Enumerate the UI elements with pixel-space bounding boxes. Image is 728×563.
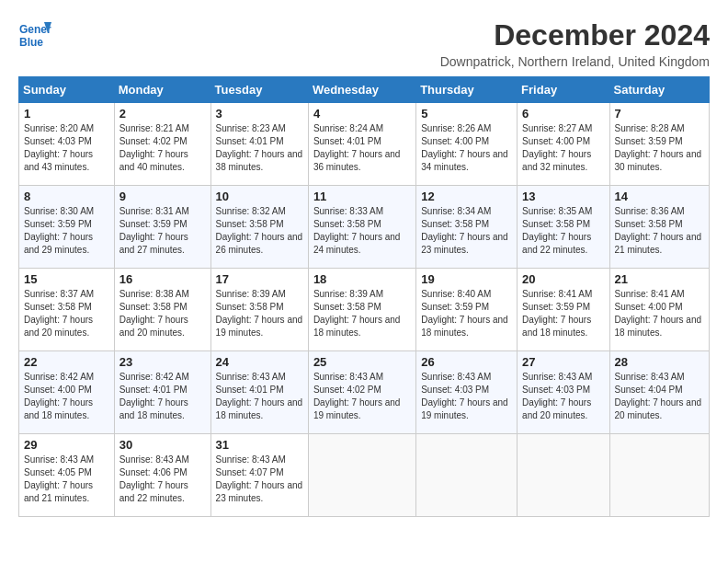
calendar-cell-10: 10Sunrise: 8:32 AMSunset: 3:58 PMDayligh…: [210, 186, 308, 269]
calendar-cell-23: 23Sunrise: 8:42 AMSunset: 4:01 PMDayligh…: [114, 351, 210, 434]
calendar-week-1: 1Sunrise: 8:20 AMSunset: 4:03 PMDaylight…: [19, 103, 710, 186]
day-number: 2: [119, 107, 206, 121]
day-number: 31: [216, 438, 303, 452]
day-info: Sunrise: 8:20 AMSunset: 4:03 PMDaylight:…: [24, 122, 109, 174]
day-info: Sunrise: 8:38 AMSunset: 3:58 PMDaylight:…: [119, 288, 206, 339]
calendar-cell-27: 27Sunrise: 8:43 AMSunset: 4:03 PMDayligh…: [518, 351, 609, 434]
day-number: 8: [24, 190, 109, 203]
calendar-cell-15: 15Sunrise: 8:37 AMSunset: 3:58 PMDayligh…: [19, 269, 115, 351]
calendar-table: SundayMondayTuesdayWednesdayThursdayFrid…: [18, 76, 710, 517]
day-number: 9: [119, 190, 206, 203]
column-header-sunday: Sunday: [19, 77, 115, 103]
calendar-cell-13: 13Sunrise: 8:35 AMSunset: 3:58 PMDayligh…: [518, 186, 609, 269]
day-number: 1: [24, 107, 109, 121]
day-info: Sunrise: 8:30 AMSunset: 3:59 PMDaylight:…: [24, 205, 109, 257]
day-info: Sunrise: 8:39 AMSunset: 3:58 PMDaylight:…: [216, 288, 303, 339]
calendar-cell-16: 16Sunrise: 8:38 AMSunset: 3:58 PMDayligh…: [114, 269, 210, 351]
page-header: General Blue December 2024 Downpatrick, …: [18, 18, 710, 69]
calendar-cell-17: 17Sunrise: 8:39 AMSunset: 3:58 PMDayligh…: [210, 269, 308, 351]
calendar-cell-31: 31Sunrise: 8:43 AMSunset: 4:07 PMDayligh…: [210, 434, 308, 517]
calendar-cell-2: 2Sunrise: 8:21 AMSunset: 4:02 PMDaylight…: [114, 103, 210, 186]
day-info: Sunrise: 8:43 AMSunset: 4:05 PMDaylight:…: [24, 454, 109, 505]
day-info: Sunrise: 8:40 AMSunset: 3:59 PMDaylight:…: [421, 288, 512, 339]
day-info: Sunrise: 8:43 AMSunset: 4:06 PMDaylight:…: [119, 454, 206, 505]
calendar-cell-8: 8Sunrise: 8:30 AMSunset: 3:59 PMDaylight…: [19, 186, 115, 269]
day-info: Sunrise: 8:43 AMSunset: 4:01 PMDaylight:…: [216, 371, 303, 422]
day-info: Sunrise: 8:33 AMSunset: 3:58 PMDaylight:…: [313, 205, 411, 257]
svg-text:Blue: Blue: [19, 36, 43, 49]
calendar-cell-30: 30Sunrise: 8:43 AMSunset: 4:06 PMDayligh…: [114, 434, 210, 517]
day-number: 3: [216, 107, 303, 121]
day-info: Sunrise: 8:43 AMSunset: 4:04 PMDaylight:…: [615, 371, 704, 422]
column-header-thursday: Thursday: [416, 77, 518, 103]
day-info: Sunrise: 8:42 AMSunset: 4:00 PMDaylight:…: [24, 371, 109, 422]
day-info: Sunrise: 8:31 AMSunset: 3:59 PMDaylight:…: [119, 205, 206, 257]
calendar-cell-6: 6Sunrise: 8:27 AMSunset: 4:00 PMDaylight…: [518, 103, 609, 186]
calendar-week-2: 8Sunrise: 8:30 AMSunset: 3:59 PMDaylight…: [19, 186, 710, 269]
calendar-header-row: SundayMondayTuesdayWednesdayThursdayFrid…: [19, 77, 710, 103]
logo-icon: General Blue: [18, 18, 51, 52]
column-header-tuesday: Tuesday: [210, 77, 308, 103]
day-number: 19: [421, 272, 512, 286]
calendar-week-3: 15Sunrise: 8:37 AMSunset: 3:58 PMDayligh…: [19, 269, 710, 351]
day-number: 13: [522, 190, 604, 203]
day-info: Sunrise: 8:41 AMSunset: 4:00 PMDaylight:…: [615, 288, 704, 339]
day-info: Sunrise: 8:43 AMSunset: 4:07 PMDaylight:…: [216, 454, 303, 505]
calendar-cell-18: 18Sunrise: 8:39 AMSunset: 3:58 PMDayligh…: [308, 269, 415, 351]
day-info: Sunrise: 8:32 AMSunset: 3:58 PMDaylight:…: [216, 205, 303, 257]
column-header-saturday: Saturday: [609, 77, 709, 103]
day-number: 29: [24, 438, 109, 452]
day-number: 16: [119, 272, 206, 286]
empty-cell: [308, 434, 415, 517]
day-number: 23: [119, 355, 206, 369]
day-info: Sunrise: 8:36 AMSunset: 3:58 PMDaylight:…: [615, 205, 704, 257]
calendar-cell-24: 24Sunrise: 8:43 AMSunset: 4:01 PMDayligh…: [210, 351, 308, 434]
day-number: 17: [216, 272, 303, 286]
calendar-cell-12: 12Sunrise: 8:34 AMSunset: 3:58 PMDayligh…: [416, 186, 518, 269]
day-number: 24: [216, 355, 303, 369]
calendar-cell-19: 19Sunrise: 8:40 AMSunset: 3:59 PMDayligh…: [416, 269, 518, 351]
day-info: Sunrise: 8:43 AMSunset: 4:02 PMDaylight:…: [313, 371, 411, 422]
day-number: 27: [522, 355, 604, 369]
empty-cell: [609, 434, 709, 517]
calendar-cell-1: 1Sunrise: 8:20 AMSunset: 4:03 PMDaylight…: [19, 103, 115, 186]
calendar-cell-28: 28Sunrise: 8:43 AMSunset: 4:04 PMDayligh…: [609, 351, 709, 434]
calendar-cell-26: 26Sunrise: 8:43 AMSunset: 4:03 PMDayligh…: [416, 351, 518, 434]
empty-cell: [518, 434, 609, 517]
column-header-friday: Friday: [518, 77, 609, 103]
calendar-cell-3: 3Sunrise: 8:23 AMSunset: 4:01 PMDaylight…: [210, 103, 308, 186]
calendar-cell-5: 5Sunrise: 8:26 AMSunset: 4:00 PMDaylight…: [416, 103, 518, 186]
day-info: Sunrise: 8:37 AMSunset: 3:58 PMDaylight:…: [24, 288, 109, 339]
calendar-subtitle: Downpatrick, Northern Ireland, United Ki…: [440, 54, 710, 69]
calendar-cell-11: 11Sunrise: 8:33 AMSunset: 3:58 PMDayligh…: [308, 186, 415, 269]
calendar-cell-20: 20Sunrise: 8:41 AMSunset: 3:59 PMDayligh…: [518, 269, 609, 351]
column-header-monday: Monday: [114, 77, 210, 103]
calendar-cell-7: 7Sunrise: 8:28 AMSunset: 3:59 PMDaylight…: [609, 103, 709, 186]
day-info: Sunrise: 8:43 AMSunset: 4:03 PMDaylight:…: [522, 371, 604, 422]
day-number: 6: [522, 107, 604, 121]
day-number: 26: [421, 355, 512, 369]
day-number: 15: [24, 272, 109, 286]
day-number: 22: [24, 355, 109, 369]
day-info: Sunrise: 8:28 AMSunset: 3:59 PMDaylight:…: [615, 122, 704, 174]
day-info: Sunrise: 8:35 AMSunset: 3:58 PMDaylight:…: [522, 205, 604, 257]
day-number: 11: [313, 190, 411, 203]
day-number: 21: [615, 272, 704, 286]
day-info: Sunrise: 8:41 AMSunset: 3:59 PMDaylight:…: [522, 288, 604, 339]
day-info: Sunrise: 8:24 AMSunset: 4:01 PMDaylight:…: [313, 122, 411, 174]
calendar-cell-25: 25Sunrise: 8:43 AMSunset: 4:02 PMDayligh…: [308, 351, 415, 434]
day-number: 14: [615, 190, 704, 203]
day-number: 12: [421, 190, 512, 203]
calendar-cell-4: 4Sunrise: 8:24 AMSunset: 4:01 PMDaylight…: [308, 103, 415, 186]
day-number: 5: [421, 107, 512, 121]
day-info: Sunrise: 8:26 AMSunset: 4:00 PMDaylight:…: [421, 122, 512, 174]
calendar-week-5: 29Sunrise: 8:43 AMSunset: 4:05 PMDayligh…: [19, 434, 710, 517]
day-number: 10: [216, 190, 303, 203]
day-number: 25: [313, 355, 411, 369]
day-info: Sunrise: 8:27 AMSunset: 4:00 PMDaylight:…: [522, 122, 604, 174]
column-header-wednesday: Wednesday: [308, 77, 415, 103]
day-info: Sunrise: 8:23 AMSunset: 4:01 PMDaylight:…: [216, 122, 303, 174]
day-info: Sunrise: 8:39 AMSunset: 3:58 PMDaylight:…: [313, 288, 411, 339]
title-section: December 2024 Downpatrick, Northern Irel…: [440, 18, 710, 69]
calendar-cell-21: 21Sunrise: 8:41 AMSunset: 4:00 PMDayligh…: [609, 269, 709, 351]
